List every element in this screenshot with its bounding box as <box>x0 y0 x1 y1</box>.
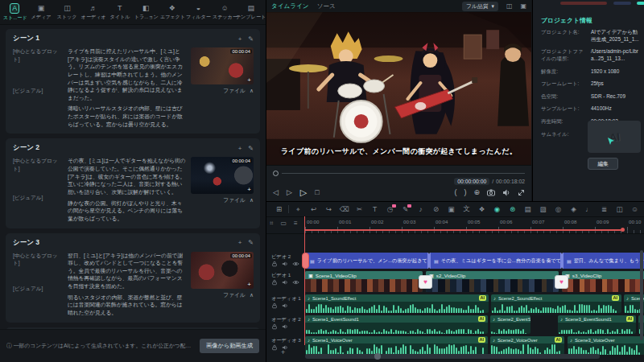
generate-video-button[interactable]: 画像から動画生成 <box>200 339 259 353</box>
speed-tool-icon[interactable]: ◷ <box>382 205 398 213</box>
subtitle-clip-2[interactable]: ▤ その夜、ミユはギターを手に公...自分の音楽を奏でていたんだ。 <box>429 253 562 269</box>
file-label[interactable]: ファイル <box>223 291 246 299</box>
tab-timeline-view[interactable]: タイムライン <box>271 2 309 10</box>
thumb-add-icon[interactable]: + <box>247 76 251 84</box>
tab-transition[interactable]: ◧ トラ...ョン <box>133 4 159 21</box>
audio-clip-vo1[interactable]: ♪Scene1_VoiceOverAI <box>305 336 488 355</box>
thumb-add-icon[interactable]: + <box>247 186 251 193</box>
previous-frame-button[interactable]: ◁ <box>273 187 279 197</box>
redo-icon[interactable]: ↪ <box>321 205 336 213</box>
voice-record-icon[interactable]: ♩ <box>581 205 597 213</box>
scene-thumbnail[interactable]: 00:00:04 + <box>191 252 254 289</box>
preview-window-icon[interactable]: ▣ <box>520 2 526 10</box>
zoom-preview-button[interactable]: ⊕ <box>473 187 480 197</box>
mute-icon[interactable] <box>282 279 288 286</box>
mixer-icon[interactable]: ≣ <box>597 205 612 213</box>
lock-icon[interactable] <box>271 261 278 267</box>
add-scene-icon[interactable]: + <box>238 145 242 152</box>
audio-clip-ev3[interactable]: ♪Scene3_EventSound1AI <box>558 315 636 334</box>
play-button[interactable]: ▷ <box>300 187 307 197</box>
seek-knob[interactable] <box>273 171 279 176</box>
tab-storyboard[interactable]: A スト...ード <box>2 3 28 22</box>
playhead-grip[interactable] <box>302 253 309 269</box>
lock-icon[interactable] <box>271 279 278 286</box>
file-label[interactable]: ファイル <box>223 87 246 95</box>
fullscreen-icon[interactable] <box>518 189 525 196</box>
snapshot-tool-icon[interactable]: ◫ <box>612 205 627 213</box>
collapse-icon[interactable]: ∧ <box>250 197 254 204</box>
mute-icon[interactable] <box>282 261 288 267</box>
tab-title[interactable]: T タイトル <box>106 4 133 21</box>
seek-bar[interactable] <box>282 173 525 174</box>
video-clip-3[interactable]: ▣s3_VideoClip <box>562 271 644 292</box>
video-preview[interactable]: ライブ前のリハーサルで、メンバー間の衝突が起きてしまったんだ。 <box>266 12 531 165</box>
transition-marker-2[interactable]: ♥ <box>555 275 568 289</box>
text-tool-icon[interactable]: T <box>367 205 382 213</box>
marker-icon[interactable]: ▭ <box>281 220 287 228</box>
subtitle-clip-1[interactable]: ▤ ライブ前のリハーサルで、メン...の衝突が起きてしまったんだ。 <box>305 253 429 269</box>
split-icon[interactable]: ✂ <box>352 205 367 213</box>
audio-clip-vo3[interactable]: ♪Scene3_VoiceOver <box>568 336 644 355</box>
eye-icon[interactable] <box>292 261 299 267</box>
tab-stock[interactable]: ◫ ストック <box>54 4 80 21</box>
ai-assistant-icon[interactable]: ◉ <box>489 205 505 213</box>
speed-ramp-icon[interactable]: ◎ <box>551 205 566 213</box>
tab-effects[interactable]: ❖ エフェクト <box>159 4 186 21</box>
mute-tool-icon[interactable]: ⊘ <box>428 205 444 213</box>
mute-icon[interactable] <box>282 323 288 330</box>
timeline-ruler[interactable]: ⌗ ▭ ≡ 00:00 00:01 00:02 00:03 00:04 00:0… <box>266 217 644 234</box>
media-bin-icon[interactable]: ⊞ <box>271 205 287 213</box>
audio-clip-ev1[interactable]: ♪Scene1_EventSound1AI <box>305 315 488 334</box>
audio-clip-ev2[interactable]: ♪Scene2_EventSound1AI <box>490 315 530 334</box>
collapse-icon[interactable]: ∧ <box>250 292 254 298</box>
mark-in-button[interactable]: ( <box>454 187 456 197</box>
next-frame-button[interactable]: ▷ <box>287 187 292 197</box>
volume-icon[interactable] <box>502 189 510 196</box>
tab-filter[interactable]: ◒ フィルター <box>185 4 212 21</box>
add-scene-icon[interactable]: + <box>238 239 242 246</box>
lock-icon[interactable] <box>271 344 278 351</box>
scrollbar-knob[interactable] <box>374 353 381 360</box>
mute-icon[interactable] <box>282 302 288 309</box>
thumb-add-icon[interactable]: + <box>247 281 251 288</box>
effects-tool-icon[interactable]: ❖ <box>474 205 489 213</box>
scene-thumbnail[interactable]: 00:00:04 + <box>191 47 254 84</box>
add-scene-icon[interactable]: + <box>238 35 242 43</box>
subtitle-clip-3[interactable]: ▤ 翌日、みんなで集まり、もう一... <box>562 253 644 269</box>
render-preview-icon[interactable]: ▤ <box>520 205 535 213</box>
edit-scene-icon[interactable]: ✎ <box>248 239 254 246</box>
export-frame-icon[interactable]: ▨ <box>535 205 551 213</box>
collapse-icon[interactable]: ∧ <box>250 88 254 94</box>
lock-icon[interactable] <box>271 323 278 330</box>
timeline-h-scrollbar[interactable] <box>305 354 600 359</box>
stabilize-icon[interactable]: ◈ <box>566 205 581 213</box>
add-track-button[interactable]: + <box>281 348 285 356</box>
project-thumbnail[interactable]: AI <box>588 121 641 153</box>
audio-clip-se1[interactable]: ♪Scene1_SoundEffectAI <box>305 294 489 313</box>
video-clip-2[interactable]: ▣s2_VideoClip <box>426 271 559 292</box>
audio-clip-vo2[interactable]: ♪Scene2_VoiceOverAI <box>490 336 564 355</box>
snapshot-icon[interactable] <box>487 189 495 196</box>
track-manage-icon[interactable]: ≡ <box>294 220 298 228</box>
stop-button[interactable]: □ <box>315 187 319 197</box>
edit-scene-icon[interactable]: ✎ <box>248 35 254 43</box>
razor-mode-icon[interactable]: ⌗ <box>270 220 274 228</box>
timeline-v-scrollbar[interactable] <box>640 250 643 340</box>
lock-icon[interactable] <box>271 302 278 309</box>
video-clip-1[interactable]: ▣Scene1_VideoClip <box>305 271 423 292</box>
mark-out-button[interactable]: ) <box>464 187 466 197</box>
tab-sticker[interactable]: ☺ ステッカー <box>212 4 238 21</box>
compare-view-icon[interactable]: ◫ <box>506 2 513 10</box>
edit-thumbnail-button[interactable]: 編集 <box>588 158 618 170</box>
crop-tool-icon[interactable]: ▣ <box>444 205 459 213</box>
audio-clip-se2[interactable]: ♪Scene2_SoundEffectAI <box>491 294 621 313</box>
scene-thumbnail[interactable]: 00:00:04 + <box>191 157 254 194</box>
playback-quality-select[interactable]: フル品質 ▾ <box>462 2 498 11</box>
auto-caption-icon[interactable]: 文 <box>459 204 474 214</box>
undo-icon[interactable]: ↩ <box>306 205 321 213</box>
tab-template[interactable]: ▤ テンプレート <box>237 4 264 21</box>
tab-media[interactable]: ▣ メディア <box>28 4 55 21</box>
edit-scene-icon[interactable]: ✎ <box>248 145 254 152</box>
ai-enhance-icon[interactable]: ⊛ <box>505 205 520 213</box>
ruler-scale[interactable]: 00:00 00:01 00:02 00:03 00:04 00:05 00:0… <box>305 217 644 233</box>
